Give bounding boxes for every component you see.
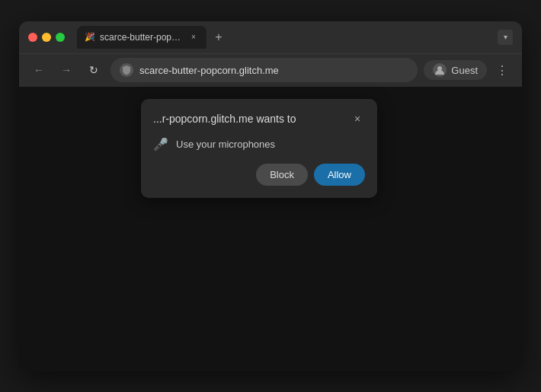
browser-tab[interactable]: 🎉 scarce-butter-popcorn.glitch × <box>77 26 206 49</box>
permission-text: Use your microphones <box>176 139 275 150</box>
browser-window: 🎉 scarce-butter-popcorn.glitch × + ▾ ← →… <box>19 21 522 371</box>
new-tab-button[interactable]: + <box>210 28 228 46</box>
permission-popup: ...r-popcorn.glitch.me wants to × 🎤 Use … <box>141 99 377 198</box>
popup-close-button[interactable]: × <box>350 111 365 126</box>
popup-header: ...r-popcorn.glitch.me wants to × <box>153 111 365 126</box>
back-button[interactable]: ← <box>28 59 50 81</box>
title-bar: 🎉 scarce-butter-popcorn.glitch × + ▾ <box>19 21 522 53</box>
guest-profile-button[interactable]: Guest <box>424 60 487 80</box>
expand-tabs-button[interactable]: ▾ <box>498 30 513 45</box>
content-area: ...r-popcorn.glitch.me wants to × 🎤 Use … <box>19 87 522 371</box>
minimize-window-button[interactable] <box>42 33 51 42</box>
tab-close-button[interactable]: × <box>188 32 199 43</box>
guest-label: Guest <box>451 65 478 76</box>
guest-avatar-icon <box>433 63 447 77</box>
popup-permission-row: 🎤 Use your microphones <box>153 137 365 151</box>
tab-bar: 🎉 scarce-butter-popcorn.glitch × + ▾ <box>77 26 513 49</box>
allow-button[interactable]: Allow <box>314 164 365 186</box>
maximize-window-button[interactable] <box>56 33 65 42</box>
tab-bar-end: ▾ <box>498 30 513 45</box>
microphone-icon: 🎤 <box>153 137 168 151</box>
forward-button[interactable]: → <box>56 59 77 81</box>
nav-bar: ← → ↻ scarce-butter-popcorn.glitch.me Gu… <box>19 53 522 87</box>
address-bar[interactable]: scarce-butter-popcorn.glitch.me <box>110 58 418 82</box>
close-window-button[interactable] <box>28 33 37 42</box>
tab-favicon-icon: 🎉 <box>85 32 95 42</box>
nav-actions: Guest ⋮ <box>424 59 513 81</box>
popup-title: ...r-popcorn.glitch.me wants to <box>153 113 296 125</box>
tab-title: scarce-butter-popcorn.glitch <box>100 32 184 43</box>
popup-buttons: Block Allow <box>153 164 365 186</box>
block-button[interactable]: Block <box>256 164 308 186</box>
reload-button[interactable]: ↻ <box>83 59 104 81</box>
site-security-icon <box>120 63 133 77</box>
traffic-lights <box>28 33 65 42</box>
browser-menu-button[interactable]: ⋮ <box>491 59 513 81</box>
address-text: scarce-butter-popcorn.glitch.me <box>139 65 408 76</box>
